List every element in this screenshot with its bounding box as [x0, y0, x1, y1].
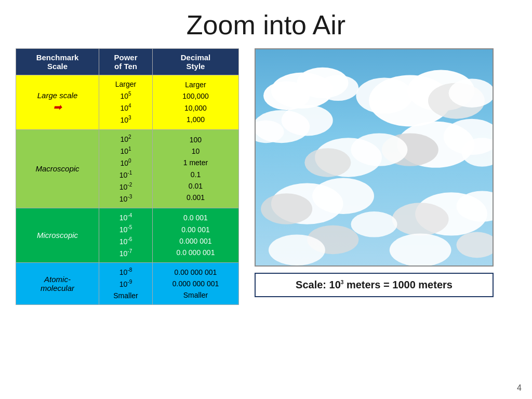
- right-panel: Scale: 103 meters = 1000 meters: [255, 48, 516, 305]
- decimal-large: Larger100,00010,0001,000: [152, 75, 238, 130]
- label-microscopic: Microscopic: [16, 208, 99, 262]
- power-micro: 10-410-510-610-7: [99, 208, 153, 262]
- svg-point-10: [356, 77, 413, 113]
- arrow-icon: ➡: [53, 101, 62, 113]
- sky-image: [255, 48, 494, 267]
- svg-point-18: [351, 133, 407, 166]
- svg-point-28: [390, 234, 451, 265]
- svg-point-6: [282, 105, 333, 136]
- svg-point-4: [317, 75, 358, 101]
- svg-point-25: [392, 203, 449, 235]
- svg-point-21: [312, 178, 374, 214]
- decimal-macro: 100101 meter0.10.010.001: [152, 129, 238, 208]
- page-number: 4: [517, 383, 522, 393]
- main-content: BenchmarkScale Powerof Ten DecimalStyle …: [0, 48, 532, 305]
- scale-text: Scale: 103 meters = 1000 meters: [296, 279, 453, 290]
- page-title: Zoom into Air: [0, 0, 532, 46]
- power-large: Larger105104103: [99, 75, 153, 130]
- scale-label-box: Scale: 103 meters = 1000 meters: [255, 273, 494, 297]
- svg-point-29: [269, 235, 325, 265]
- power-atomic: 10-810-9Smaller: [99, 263, 153, 305]
- decimal-atomic: 0.00 000 0010.000 000 001Smaller: [152, 263, 238, 305]
- label-atomic: Atomic-molecular: [16, 263, 99, 305]
- table-row: Large scale ➡ Larger105104103 Larger100,…: [16, 75, 239, 130]
- col-header-benchmark: BenchmarkScale: [16, 49, 99, 75]
- svg-point-19: [304, 148, 351, 177]
- svg-point-26: [351, 211, 397, 237]
- scale-table: BenchmarkScale Powerof Ten DecimalStyle …: [16, 48, 239, 305]
- table-row: Atomic-molecular 10-810-9Smaller 0.00 00…: [16, 263, 239, 305]
- svg-point-22: [261, 193, 312, 224]
- label-large-scale: Large scale ➡: [16, 75, 99, 130]
- table-row: Macroscopic 10210110010-110-210-3 100101…: [16, 129, 239, 208]
- col-header-decimal: DecimalStyle: [152, 49, 238, 75]
- decimal-micro: 0.0 0010.00 0010.000 0010.0 000 001: [152, 208, 238, 262]
- power-macro: 10210110010-110-210-3: [99, 129, 153, 208]
- table-row: Microscopic 10-410-510-610-7 0.0 0010.00…: [16, 208, 239, 262]
- table-container: BenchmarkScale Powerof Ten DecimalStyle …: [16, 48, 239, 305]
- label-macroscopic: Macroscopic: [16, 129, 99, 208]
- col-header-power: Powerof Ten: [99, 49, 153, 75]
